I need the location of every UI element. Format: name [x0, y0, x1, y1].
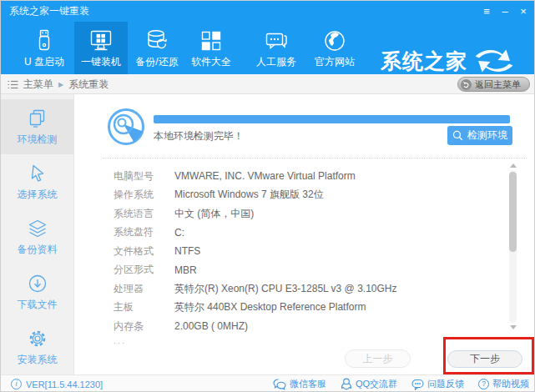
- more-rows-indicator: ...: [114, 336, 497, 348]
- sidebar-item-env-check[interactable]: 环境检测: [1, 99, 73, 154]
- scroll-down-icon[interactable]: [510, 325, 517, 329]
- top-nav: U 盘启动 一键装机: [1, 22, 535, 74]
- scrollbar-thumb[interactable]: [509, 172, 517, 252]
- sidebar-item-label: 安装系统: [18, 353, 58, 367]
- detection-progress-bar: [154, 115, 510, 123]
- info-value: VMWARE, INC. VMware Virtual Platform: [174, 170, 356, 182]
- info-value: 英特尔 440BX Desktop Reference Platform: [174, 300, 366, 314]
- nav-item-software-center[interactable]: 软件大全: [184, 22, 239, 74]
- sidebar-item-select-system[interactable]: 选择系统: [1, 154, 73, 209]
- qq-penguin-icon: [341, 378, 352, 390]
- info-label: 系统盘符: [114, 225, 174, 239]
- nav-item-label: 人工服务: [249, 55, 304, 69]
- monitor-windows-icon: [74, 27, 128, 55]
- gear-icon: [27, 328, 48, 349]
- minimize-button[interactable]: –: [496, 1, 514, 22]
- database-restore-icon: [129, 27, 184, 55]
- scroll-up-icon[interactable]: [510, 163, 517, 168]
- previous-step-button[interactable]: 上一步: [345, 349, 411, 368]
- version-text: VER[11.5.44.1230]: [26, 379, 103, 389]
- table-row: 主板 英特尔 440BX Desktop Reference Platform: [114, 299, 497, 318]
- footer-link-feedback[interactable]: 问题反馈: [411, 378, 464, 390]
- table-row: 分区形式 MBR: [114, 261, 497, 280]
- swoosh-arrows-icon: [471, 46, 517, 76]
- info-value: NTFS: [174, 245, 200, 257]
- info-label: 分区形式: [114, 263, 174, 277]
- sidebar-item-label: 选择系统: [18, 188, 58, 202]
- step-sidebar: 环境检测 选择系统 备份资料: [1, 94, 74, 374]
- breadcrumb-current: 系统重装: [68, 78, 109, 92]
- wechat-icon: [273, 379, 286, 390]
- nav-item-label: 备份/还原: [129, 55, 184, 69]
- main-panel: 本地环境检测完毕！ 检测环境 电脑型号 VMWARE, INC. VMware …: [74, 94, 535, 374]
- sidebar-item-download-files[interactable]: 下载文件: [1, 264, 73, 319]
- info-value: Microsoft Windows 7 旗舰版 32位: [174, 188, 324, 202]
- table-row: 文件格式 NTFS: [114, 242, 497, 261]
- footer-link-help-video[interactable]: ? 帮助视频: [478, 378, 529, 390]
- nav-item-label: 官方网站: [307, 55, 362, 69]
- back-to-main-menu-button[interactable]: 返回主菜单: [457, 77, 530, 92]
- table-row: 处理器 英特尔(R) Xeon(R) CPU E3-1285L v3 @ 3.1…: [114, 279, 497, 299]
- footer-link-label: 微信客服: [290, 378, 326, 390]
- usb-drive-icon: [17, 27, 72, 55]
- table-row: 内存条 2.00GB ( 0MHZ): [114, 317, 497, 336]
- info-label: 系统语言: [114, 207, 174, 221]
- close-button[interactable]: ×: [514, 1, 532, 22]
- sidebar-item-install-system[interactable]: 安装系统: [1, 319, 73, 374]
- download-circle-icon: [27, 273, 48, 294]
- detection-status-text: 本地环境检测完毕！: [154, 129, 244, 143]
- footer-link-label: 问题反馈: [427, 378, 464, 390]
- vertical-scrollbar[interactable]: [508, 163, 518, 329]
- nav-item-label: U 盘启动: [17, 55, 72, 69]
- menu-icon: ≡: [483, 5, 490, 18]
- chevron-right-icon: ▶: [58, 81, 63, 88]
- nav-item-usb-boot[interactable]: U 盘启动: [17, 22, 72, 74]
- back-button-label: 返回主菜单: [475, 78, 521, 91]
- detection-progress-fill: [154, 115, 510, 123]
- brand-name: 系统之家: [381, 50, 467, 72]
- version-info: i VER[11.5.44.1230]: [11, 375, 103, 392]
- sidebar-item-label: 下载文件: [18, 298, 58, 312]
- footer-link-qq-group[interactable]: QQ交流群: [341, 378, 397, 390]
- nav-item-label: 一键装机: [74, 55, 128, 69]
- nav-item-official-website[interactable]: 官方网站: [307, 22, 362, 74]
- screens-overlap-icon: [27, 108, 48, 129]
- detect-environment-button[interactable]: 检测环境: [447, 126, 512, 145]
- breadcrumb: 主菜单 ▶ 系统重装: [8, 74, 109, 94]
- close-icon: ×: [520, 5, 527, 18]
- list-icon: [8, 80, 18, 89]
- info-value: 2.00GB ( 0MHZ): [174, 320, 248, 332]
- help-icon: ?: [478, 379, 489, 389]
- footer-link-wechat-service[interactable]: 微信客服: [273, 378, 326, 390]
- info-value: MBR: [174, 264, 197, 276]
- next-step-button[interactable]: 下一步: [447, 350, 522, 368]
- info-value: 英特尔(R) Xeon(R) CPU E3-1285L v3 @ 3.10GHz: [174, 282, 397, 296]
- cursor-arrow-icon: [27, 163, 48, 184]
- window-controls: ≡ – ×: [477, 1, 532, 22]
- menu-button[interactable]: ≡: [477, 1, 496, 22]
- info-label: 文件格式: [114, 244, 174, 259]
- app-grid-icon: [184, 27, 239, 55]
- radar-scan-icon: [106, 107, 146, 147]
- nav-item-onekey-install[interactable]: 一键装机: [74, 22, 128, 74]
- info-label: 主板: [114, 300, 174, 314]
- scrollbar-track[interactable]: [509, 170, 517, 323]
- nav-item-manual-service[interactable]: 人工服务: [249, 22, 304, 74]
- info-label: 处理器: [114, 282, 174, 296]
- sidebar-item-label: 环境检测: [18, 133, 58, 147]
- title-bar: 系统之家一键重装 ≡ – ×: [1, 1, 535, 22]
- status-bar: i VER[11.5.44.1230] 微信客服: [1, 374, 535, 392]
- globe-icon: [307, 27, 362, 55]
- info-label: 内存条: [114, 319, 174, 334]
- breadcrumb-root[interactable]: 主菜单: [23, 78, 53, 92]
- info-label: 操作系统: [114, 188, 174, 202]
- table-row: 系统语言 中文 (简体，中国): [114, 204, 497, 224]
- nav-item-backup-restore[interactable]: 备份/还原: [129, 22, 184, 74]
- info-icon: i: [11, 379, 22, 389]
- sidebar-item-backup-data[interactable]: 备份资料: [1, 209, 73, 264]
- system-info-table: 电脑型号 VMWARE, INC. VMware Virtual Platfor…: [114, 167, 497, 348]
- back-arrow-icon: [461, 79, 472, 90]
- chat-bubbles-icon: [249, 27, 304, 55]
- info-label: 电脑型号: [114, 169, 174, 183]
- breadcrumb-bar: 主菜单 ▶ 系统重装 返回主菜单: [1, 74, 535, 94]
